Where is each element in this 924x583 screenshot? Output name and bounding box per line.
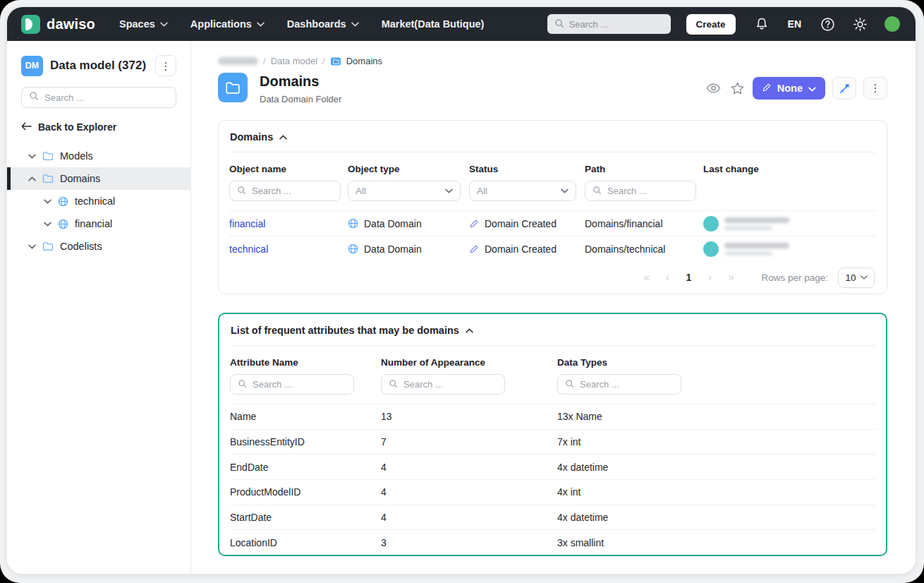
tree-item-financial[interactable]: financial [7,212,190,235]
redacted-user-info [724,243,789,256]
logo[interactable]: dawiso [21,15,95,34]
search-icon [565,378,574,391]
first-page-button[interactable]: « [637,270,655,284]
chevron-down-icon[interactable] [28,154,36,159]
data-types-filter-input[interactable] [580,379,674,390]
folder-icon [42,151,54,161]
tree-item-technical[interactable]: technical [7,190,190,212]
search-icon [29,91,39,104]
back-to-explorer-link[interactable]: Back to Explorer [21,121,176,133]
breadcrumb-current: Domains [346,56,382,66]
domains-card: Domains Object name Object type Status P… [218,120,887,294]
sidebar-search-input[interactable] [44,92,169,103]
pencil-icon [762,83,772,95]
watch-eye-icon[interactable] [705,81,722,95]
appearance-filter-input[interactable] [403,379,497,390]
chevron-down-icon[interactable] [44,222,51,227]
chevron-down-icon[interactable] [28,244,36,249]
data-types-filter[interactable] [557,374,681,395]
column-object-name: Object name [229,164,348,174]
last-page-button[interactable]: » [722,270,740,284]
rows-per-page-select[interactable]: 10 [838,268,875,288]
language-selector[interactable]: EN [781,18,808,30]
globe-icon [348,218,358,229]
sidebar: DM Data model (372) ⋮ Back to Explorer M… [7,41,191,574]
sidebar-search[interactable] [21,87,176,108]
nav-market[interactable]: Market(Data Butique) [373,13,493,35]
search-icon [237,185,246,198]
promote-arrows-button[interactable] [832,77,856,100]
search-icon [592,185,602,198]
table-row-technical[interactable]: technical Data Domain Domain Created Dom… [229,236,876,261]
nav-applications[interactable]: Applications [182,13,273,35]
column-number-of-appearance: Number of Appearance [381,357,557,368]
tree-item-domains[interactable]: Domains [7,167,190,190]
next-page-button[interactable]: › [700,270,719,284]
nav-dashboards[interactable]: Dashboards [279,13,367,35]
collapse-chevron-up-icon [279,135,287,140]
object-link[interactable]: technical [229,244,268,255]
rows-per-page-label: Rows per page: [761,272,828,283]
domain-folder-icon [218,73,248,102]
attribute-name-filter-input[interactable] [253,379,346,390]
status-filter-select[interactable]: All [469,181,576,201]
global-search-input[interactable]: Search ... [547,14,671,34]
current-page[interactable]: 1 [679,272,698,283]
logo-text: dawiso [47,16,95,32]
page-subtitle: Data Domain Folder [260,94,341,104]
nav-spaces[interactable]: Spaces [111,13,176,35]
object-name-filter-input[interactable] [252,186,333,196]
breadcrumb-redacted-item[interactable] [218,57,258,65]
chevron-down-icon[interactable] [44,199,51,204]
domains-card-header[interactable]: Domains [229,121,876,152]
top-navbar: dawiso Spaces Applications Dashboards Ma… [7,7,916,41]
column-data-types: Data Types [557,357,875,368]
prev-page-button[interactable]: ‹ [658,270,676,284]
chevron-down-icon [561,188,569,193]
column-last-change: Last change [703,164,876,174]
attribute-row[interactable]: ProductModelID 4 4x int [230,479,875,505]
create-button[interactable]: Create [686,14,736,35]
pagination: « ‹ 1 › » Rows per page: 10 [229,261,876,294]
app-window: dawiso Spaces Applications Dashboards Ma… [7,7,916,574]
path-filter-input[interactable] [607,186,688,196]
main-content: / Data model / Domains Domains Data Doma… [191,41,916,574]
chevron-down-icon [808,83,816,94]
search-icon [238,378,247,391]
help-icon[interactable] [814,11,841,37]
attribute-row[interactable]: LocationID 3 3x smallint [230,529,875,555]
object-link[interactable]: financial [229,218,265,229]
chevron-down-icon [861,275,868,280]
chevron-down-icon [445,188,453,193]
avatar [703,216,719,232]
status-none-button[interactable]: None [753,77,825,100]
tree-item-models[interactable]: Models [7,145,190,167]
collapse-chevron-up-icon [466,328,473,333]
sidebar-kebab-menu-button[interactable]: ⋮ [155,55,176,76]
breadcrumb-data-model[interactable]: Data model [271,56,317,66]
attribute-row[interactable]: Name 13 13x Name [230,404,875,429]
notifications-bell-icon[interactable] [748,11,775,37]
avatar [703,241,719,257]
chevron-up-icon[interactable] [28,176,36,181]
frequent-attributes-card-header[interactable]: List of frequent attributes that may be … [230,314,875,346]
user-avatar[interactable] [885,16,900,32]
globe-icon [348,244,358,254]
attribute-row[interactable]: BusinessEntityID 7 7x int [230,429,875,455]
attribute-row[interactable]: StartDate 4 4x datetime [230,505,875,530]
appearance-filter[interactable] [381,374,505,395]
object-type-filter-select[interactable]: All [348,181,461,201]
data-model-badge: DM [21,56,43,76]
page-title: Domains [260,73,341,90]
attribute-name-filter[interactable] [230,374,354,395]
tree-item-codelists[interactable]: Codelists [7,235,190,258]
column-path: Path [585,164,703,174]
settings-gear-icon[interactable] [846,11,873,37]
breadcrumb: / Data model / Domains [218,56,887,66]
path-filter[interactable] [585,181,696,201]
favorite-star-icon[interactable] [729,80,746,96]
table-row-financial[interactable]: financial Data Domain Domain Created Dom… [229,210,876,236]
attribute-row[interactable]: EndDate 4 4x datetime [230,454,875,479]
page-kebab-menu-button[interactable]: ⋮ [863,77,887,100]
object-name-filter[interactable] [229,181,341,201]
